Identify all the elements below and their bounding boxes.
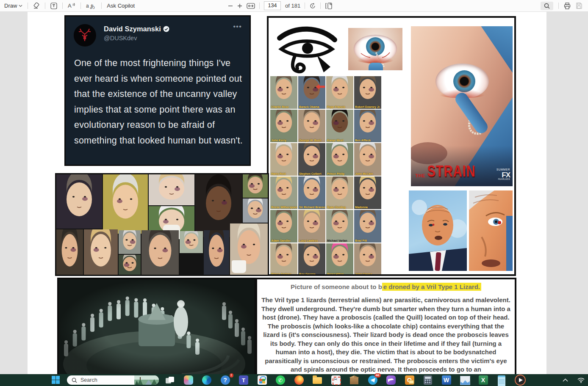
edge-button[interactable]: [202, 375, 212, 385]
eye-red-lid: [356, 54, 395, 63]
search-icon: [72, 378, 77, 383]
eraser-icon: [33, 3, 40, 9]
print-button[interactable]: [564, 3, 571, 9]
page-number-input[interactable]: 134: [264, 1, 281, 10]
pdf-content-area[interactable]: David Szymanski @DUSKdev ••• One of the …: [0, 12, 588, 374]
minus-icon: [228, 3, 233, 8]
celebrity-cell: John McCain: [354, 143, 381, 176]
zoom-in-button[interactable]: [237, 3, 242, 8]
celebrity-cell: George W. Bush: [298, 110, 325, 142]
celebrity-cell: Brad Pitt: [354, 210, 381, 243]
celebrity-name-label: Brad Pitt: [355, 239, 367, 242]
outlook-button[interactable]: O: [405, 375, 415, 385]
microsoft-store-button[interactable]: [257, 375, 267, 385]
taskbar-search[interactable]: Search: [67, 375, 159, 385]
eraser-button[interactable]: [33, 3, 40, 9]
whatsapp-button[interactable]: ✆: [275, 375, 286, 385]
firefox-button[interactable]: [294, 375, 304, 385]
save-button[interactable]: [576, 3, 582, 9]
montage-face-tile: [230, 223, 268, 275]
celebrity-cell: Charlie Rose: [270, 76, 297, 109]
word-button[interactable]: W: [441, 375, 452, 385]
celebrity-cell: Reese Witherspoon: [270, 176, 297, 209]
celebrity-cell: Adam Sandler: [270, 210, 297, 243]
media-player-button[interactable]: [515, 375, 525, 385]
celebrity-name-label: Adam Sandler: [271, 239, 291, 242]
tray-chevron-up-icon[interactable]: [563, 378, 568, 382]
vril-body: The Vril type 1 lizards (terrestrial ali…: [261, 296, 510, 374]
celebrity-cell: Prince Philip: [326, 143, 353, 176]
celebrity-name-label: Charlie Rose: [271, 105, 289, 108]
rotate-button[interactable]: [309, 3, 316, 9]
clipchamp-button[interactable]: [386, 375, 396, 385]
separator: [320, 3, 321, 9]
snipping-tool-button[interactable]: [331, 375, 341, 385]
biden-closeup-illustration: [469, 190, 513, 271]
celebrity-cell: Sir Richard Branson: [298, 176, 325, 209]
montage-face-tile: [243, 199, 268, 223]
celebrity-cell: Madonna: [354, 176, 381, 209]
poster-title-the: THE: [415, 173, 425, 178]
tweet-text: One of the most frightening things I've …: [74, 55, 243, 148]
archive-box-button[interactable]: [349, 375, 359, 385]
montage-face-tile: [56, 229, 83, 275]
text-box-icon: [50, 3, 57, 9]
blue-glove-tip: [369, 63, 383, 70]
vril-title-plain: Picture of someone about to b: [291, 283, 382, 290]
celebrity-name-label: Ben Affleck: [355, 139, 371, 142]
notepad-button[interactable]: [496, 375, 507, 385]
biden-illustration: [409, 190, 467, 271]
tweet-author-handle: @DUSKdev: [104, 35, 137, 41]
start-button[interactable]: [52, 376, 60, 384]
add-text-button[interactable]: [50, 3, 57, 9]
separator: [558, 3, 559, 9]
ask-copilot-button[interactable]: Ask Copilot: [107, 3, 135, 9]
taskbar-icons: ?! T ✆ 46 O W X: [165, 375, 525, 385]
biden-closeup-photo: [469, 190, 513, 271]
poster-fearless-label: FEARLESS: [496, 179, 510, 181]
separator: [305, 3, 305, 9]
celebrity-cell: Kanye West: [326, 110, 353, 142]
search-placeholder: Search: [80, 377, 134, 383]
file-explorer-button[interactable]: [312, 375, 322, 385]
separator: [80, 3, 81, 9]
celebrity-name-label: Pope Francis: [327, 105, 345, 108]
search-icon: [544, 3, 550, 9]
print-icon: [564, 3, 571, 9]
copilot-button[interactable]: [183, 375, 194, 385]
save-icon: [576, 3, 582, 9]
telegram-button[interactable]: 46: [368, 375, 378, 385]
celebrity-name-label: Robert Downey Jr.: [355, 105, 380, 108]
ritual-circle-image: [57, 278, 256, 374]
page-view-icon: [325, 3, 333, 9]
chevron-down-icon: [19, 5, 22, 7]
task-view-button[interactable]: [165, 375, 175, 385]
wifi-icon[interactable]: [577, 378, 585, 383]
celebrity-name-label: Prince Andrew: [271, 273, 291, 276]
calculator-button[interactable]: [423, 375, 433, 385]
get-help-button[interactable]: ?!: [220, 375, 230, 385]
celebrity-cell: Stephen Colbert: [298, 143, 325, 176]
black-eye-collage-image: THE STRAIN SUMMER FX FEARLESS Charlie Ro…: [267, 16, 516, 276]
teams-button[interactable]: T: [239, 375, 249, 385]
montage-face-tile: [243, 174, 268, 198]
task-manager-button[interactable]: [460, 375, 470, 385]
dusk-antler-logo-icon: [74, 24, 96, 47]
verified-badge-icon: [163, 26, 169, 32]
translate-button[interactable]: aあ: [86, 3, 96, 9]
draw-button[interactable]: Draw: [4, 3, 22, 9]
taskbar: Search ?! T ✆ 46 O W X: [0, 374, 588, 386]
celebrity-name-label: George W. Bush: [299, 139, 322, 142]
find-in-document-button[interactable]: [541, 2, 553, 10]
translate-icon: aあ: [86, 3, 96, 9]
fit-to-width-button[interactable]: [247, 3, 255, 9]
separator: [101, 3, 102, 9]
ask-copilot-label: Ask Copilot: [107, 3, 135, 9]
page-view-button[interactable]: [325, 3, 333, 9]
celebrity-name-label: Barack Obama: [299, 105, 319, 108]
montage-face-tile: [180, 231, 203, 253]
excel-button[interactable]: X: [478, 375, 488, 385]
pdf-toolbar: Draw A aあ Ask Copilot: [0, 0, 588, 12]
read-aloud-button[interactable]: A: [68, 3, 75, 9]
zoom-out-button[interactable]: [228, 3, 233, 8]
